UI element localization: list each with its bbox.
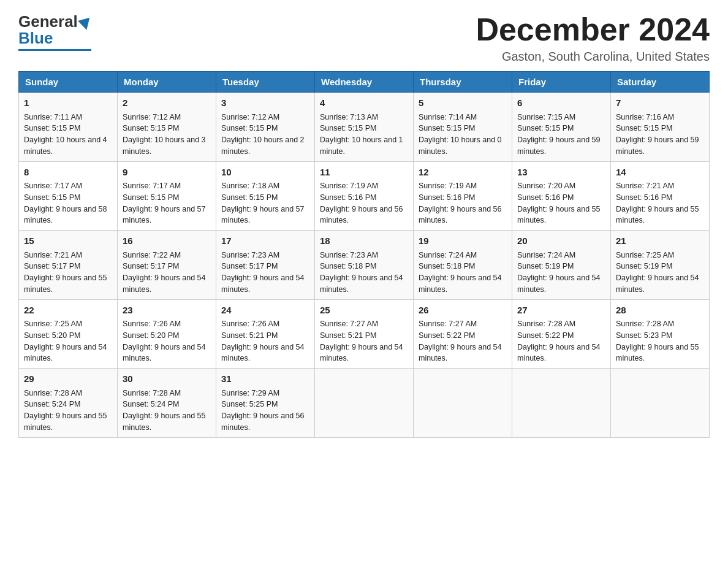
daylight-label: Daylight: 9 hours and 54 minutes. (419, 272, 507, 296)
day-number: 25 (320, 304, 408, 318)
daylight-label: Daylight: 9 hours and 54 minutes. (517, 272, 605, 296)
day-cell-18: 18Sunrise: 7:23 AMSunset: 5:18 PMDayligh… (315, 231, 414, 300)
location-subtitle: Gaston, South Carolina, United States (476, 50, 710, 64)
sunset-label: Sunset: 5:20 PM (123, 330, 211, 342)
daylight-label: Daylight: 9 hours and 54 minutes. (616, 272, 704, 296)
day-cell-10: 10Sunrise: 7:18 AMSunset: 5:15 PMDayligh… (216, 161, 315, 231)
day-cell-31: 31Sunrise: 7:29 AMSunset: 5:25 PMDayligh… (216, 369, 315, 438)
day-number: 30 (123, 372, 211, 386)
sunset-label: Sunset: 5:15 PM (221, 192, 309, 204)
sunrise-label: Sunrise: 7:19 AM (419, 180, 507, 192)
sunset-label: Sunset: 5:17 PM (123, 261, 211, 272)
header-day-saturday: Saturday (611, 72, 710, 93)
day-cell-7: 7Sunrise: 7:16 AMSunset: 5:15 PMDaylight… (611, 93, 710, 162)
sunrise-label: Sunrise: 7:24 AM (419, 250, 507, 261)
day-cell-1: 1Sunrise: 7:11 AMSunset: 5:15 PMDaylight… (19, 93, 118, 162)
sunrise-label: Sunrise: 7:28 AM (517, 318, 605, 330)
daylight-label: Daylight: 10 hours and 0 minutes. (419, 134, 507, 158)
sunset-label: Sunset: 5:21 PM (320, 330, 408, 342)
sunset-label: Sunset: 5:16 PM (517, 192, 605, 204)
day-number: 16 (123, 234, 211, 248)
empty-cell (611, 369, 710, 438)
sunrise-label: Sunrise: 7:17 AM (123, 180, 211, 192)
sunrise-label: Sunrise: 7:23 AM (320, 250, 408, 261)
day-cell-17: 17Sunrise: 7:23 AMSunset: 5:17 PMDayligh… (216, 231, 315, 300)
day-number: 8 (24, 166, 112, 180)
day-number: 4 (320, 96, 408, 110)
day-cell-14: 14Sunrise: 7:21 AMSunset: 5:16 PMDayligh… (611, 161, 710, 231)
day-cell-23: 23Sunrise: 7:26 AMSunset: 5:20 PMDayligh… (118, 299, 216, 369)
calendar-table: SundayMondayTuesdayWednesdayThursdayFrid… (18, 71, 710, 438)
day-cell-19: 19Sunrise: 7:24 AMSunset: 5:18 PMDayligh… (414, 231, 512, 300)
day-cell-13: 13Sunrise: 7:20 AMSunset: 5:16 PMDayligh… (512, 161, 611, 231)
daylight-label: Daylight: 9 hours and 54 minutes. (320, 342, 408, 365)
day-cell-15: 15Sunrise: 7:21 AMSunset: 5:17 PMDayligh… (19, 231, 118, 300)
day-number: 29 (24, 372, 112, 386)
sunrise-label: Sunrise: 7:28 AM (616, 318, 704, 330)
sunset-label: Sunset: 5:19 PM (616, 261, 704, 272)
sunset-label: Sunset: 5:24 PM (24, 399, 112, 410)
day-number: 15 (24, 234, 112, 248)
week-row-5: 29Sunrise: 7:28 AMSunset: 5:24 PMDayligh… (19, 369, 710, 438)
day-number: 7 (616, 96, 704, 110)
daylight-label: Daylight: 9 hours and 55 minutes. (123, 410, 211, 434)
daylight-label: Daylight: 9 hours and 54 minutes. (320, 272, 408, 296)
sunrise-label: Sunrise: 7:21 AM (616, 180, 704, 192)
sunrise-label: Sunrise: 7:26 AM (123, 318, 211, 330)
sunset-label: Sunset: 5:15 PM (419, 123, 507, 134)
day-number: 22 (24, 304, 112, 318)
daylight-label: Daylight: 10 hours and 3 minutes. (123, 134, 211, 158)
sunrise-label: Sunrise: 7:28 AM (123, 388, 211, 399)
day-cell-26: 26Sunrise: 7:27 AMSunset: 5:22 PMDayligh… (414, 299, 512, 369)
sunset-label: Sunset: 5:20 PM (24, 330, 112, 342)
sunset-label: Sunset: 5:22 PM (517, 330, 605, 342)
header-row: SundayMondayTuesdayWednesdayThursdayFrid… (19, 72, 710, 93)
day-number: 31 (221, 372, 309, 386)
day-cell-29: 29Sunrise: 7:28 AMSunset: 5:24 PMDayligh… (19, 369, 118, 438)
day-cell-2: 2Sunrise: 7:12 AMSunset: 5:15 PMDaylight… (118, 93, 216, 162)
day-cell-6: 6Sunrise: 7:15 AMSunset: 5:15 PMDaylight… (512, 93, 611, 162)
empty-cell (414, 369, 512, 438)
empty-cell (512, 369, 611, 438)
sunrise-label: Sunrise: 7:28 AM (24, 388, 112, 399)
sunrise-label: Sunrise: 7:19 AM (320, 180, 408, 192)
sunrise-label: Sunrise: 7:24 AM (517, 250, 605, 261)
sunrise-label: Sunrise: 7:25 AM (616, 250, 704, 261)
sunset-label: Sunset: 5:15 PM (616, 123, 704, 134)
day-number: 23 (123, 304, 211, 318)
sunrise-label: Sunrise: 7:27 AM (320, 318, 408, 330)
day-cell-16: 16Sunrise: 7:22 AMSunset: 5:17 PMDayligh… (118, 231, 216, 300)
logo: General Blue (18, 12, 91, 51)
daylight-label: Daylight: 9 hours and 54 minutes. (517, 342, 605, 365)
daylight-label: Daylight: 9 hours and 55 minutes. (24, 272, 112, 296)
daylight-label: Daylight: 9 hours and 54 minutes. (221, 272, 309, 296)
day-number: 1 (24, 96, 112, 110)
sunset-label: Sunset: 5:15 PM (24, 192, 112, 204)
sunset-label: Sunset: 5:15 PM (517, 123, 605, 134)
day-number: 28 (616, 304, 704, 318)
sunset-label: Sunset: 5:24 PM (123, 399, 211, 410)
sunrise-label: Sunrise: 7:14 AM (419, 112, 507, 123)
daylight-label: Daylight: 9 hours and 55 minutes. (616, 204, 704, 227)
logo-triangle-icon (78, 17, 93, 31)
sunrise-label: Sunrise: 7:16 AM (616, 112, 704, 123)
title-area: December 2024 Gaston, South Carolina, Un… (476, 12, 710, 64)
sunrise-label: Sunrise: 7:11 AM (24, 112, 112, 123)
empty-cell (315, 369, 414, 438)
daylight-label: Daylight: 9 hours and 55 minutes. (24, 410, 112, 434)
day-cell-20: 20Sunrise: 7:24 AMSunset: 5:19 PMDayligh… (512, 231, 611, 300)
sunrise-label: Sunrise: 7:12 AM (123, 112, 211, 123)
sunset-label: Sunset: 5:15 PM (320, 123, 408, 134)
daylight-label: Daylight: 9 hours and 57 minutes. (221, 204, 309, 227)
daylight-label: Daylight: 9 hours and 56 minutes. (320, 204, 408, 227)
day-cell-8: 8Sunrise: 7:17 AMSunset: 5:15 PMDaylight… (19, 161, 118, 231)
day-cell-30: 30Sunrise: 7:28 AMSunset: 5:24 PMDayligh… (118, 369, 216, 438)
day-cell-9: 9Sunrise: 7:17 AMSunset: 5:15 PMDaylight… (118, 161, 216, 231)
sunrise-label: Sunrise: 7:26 AM (221, 318, 309, 330)
day-cell-5: 5Sunrise: 7:14 AMSunset: 5:15 PMDaylight… (414, 93, 512, 162)
week-row-2: 8Sunrise: 7:17 AMSunset: 5:15 PMDaylight… (19, 161, 710, 231)
day-cell-22: 22Sunrise: 7:25 AMSunset: 5:20 PMDayligh… (19, 299, 118, 369)
header-day-tuesday: Tuesday (216, 72, 315, 93)
sunrise-label: Sunrise: 7:21 AM (24, 250, 112, 261)
day-number: 19 (419, 234, 507, 248)
